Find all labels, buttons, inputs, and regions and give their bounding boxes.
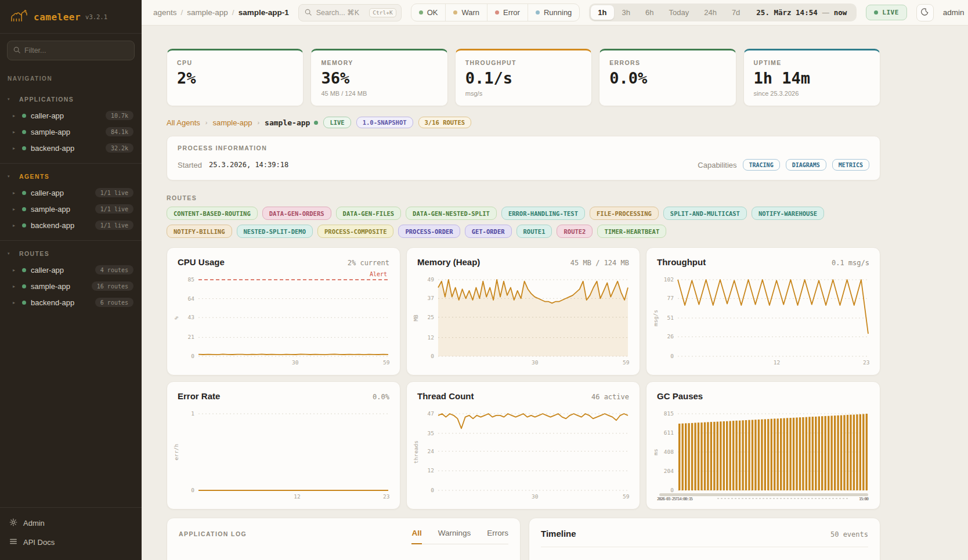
chart-title: Thread Count — [417, 391, 474, 401]
sidebar-item-caller-app-agent[interactable]: ▸ caller-app 1/1 live — [0, 185, 142, 201]
navigation-label: NAVIGATION — [0, 63, 142, 86]
route-chip-route1[interactable]: ROUTE1 — [516, 225, 552, 238]
svg-text:0: 0 — [431, 353, 434, 359]
route-chip-file-processing[interactable]: FILE-PROCESSING — [590, 207, 659, 220]
item-label: backend-app — [31, 144, 74, 153]
sidebar-item-sample-app-routes[interactable]: ▸ sample-app 16 routes — [0, 278, 142, 294]
global-search[interactable]: Search... ⌘K Ctrl+K — [298, 4, 402, 21]
section-header-applications[interactable]: ▾ APPLICATIONS — [0, 92, 142, 107]
item-badge: 16 routes — [92, 281, 133, 291]
svg-text:30: 30 — [532, 493, 539, 500]
chart-title: Error Rate — [178, 391, 220, 401]
tab-errors[interactable]: Errors — [487, 529, 508, 544]
section-header-agents[interactable]: ▾ AGENTS — [0, 169, 142, 185]
filter-ok-button[interactable]: OK — [411, 4, 446, 21]
tab-warnings[interactable]: Warnings — [438, 529, 471, 544]
route-chip-data-gen-orders[interactable]: DATA-GEN-ORDERS — [262, 207, 331, 220]
filter-error-button[interactable]: Error — [487, 4, 528, 21]
started-value: 25.3.2026, 14:39:18 — [209, 161, 288, 169]
svg-text:%: % — [173, 316, 179, 320]
route-chip-split-and-multicast[interactable]: SPLIT-AND-MULTICAST — [663, 207, 747, 220]
section-label: APPLICATIONS — [19, 96, 74, 103]
caret-down-icon: ▾ — [8, 251, 13, 256]
filter-input[interactable] — [24, 46, 128, 55]
charts-grid: CPU Usage2% current 856443210Alert3059% … — [167, 247, 880, 510]
chevron-right-icon: ▸ — [13, 113, 17, 118]
tab-all[interactable]: All — [411, 529, 421, 544]
sidebar-item-sample-app-agent[interactable]: ▸ sample-app 1/1 live — [0, 201, 142, 217]
camel-logo-icon — [9, 8, 29, 26]
breadcrumb-sample-app[interactable]: sample-app — [187, 8, 228, 17]
svg-text:77: 77 — [667, 295, 674, 301]
logo-row[interactable]: cameleer v3.2.1 — [0, 0, 142, 34]
svg-text:0: 0 — [191, 487, 194, 493]
live-toggle[interactable]: LIVE — [866, 5, 907, 20]
time-range-7d[interactable]: 7d — [725, 5, 747, 20]
gc-pauses-plot: 8156114082040ms2026-03-25T14:00:1515:00 — [651, 404, 875, 502]
sidebar-item-caller-app[interactable]: ▸ caller-app 10.7k — [0, 107, 142, 124]
svg-text:26: 26 — [667, 333, 674, 339]
sidebar-item-caller-app-routes[interactable]: ▸ caller-app 4 routes — [0, 262, 142, 278]
item-label: caller-app — [31, 111, 64, 120]
route-chip-route2[interactable]: ROUTE2 — [557, 225, 593, 238]
route-chip-notify-warehouse[interactable]: NOTIFY-WAREHOUSE — [752, 207, 824, 220]
time-range-24h[interactable]: 24h — [697, 5, 724, 20]
route-chip-content-based-routing[interactable]: CONTENT-BASED-ROUTING — [167, 207, 258, 220]
route-chip-error-handling-test[interactable]: ERROR-HANDLING-TEST — [501, 207, 585, 220]
svg-text:err/h: err/h — [173, 444, 179, 461]
filter-warn-button[interactable]: Warn — [446, 4, 487, 21]
status-dot — [22, 207, 26, 211]
route-chip-process-composite[interactable]: PROCESS-COMPOSITE — [317, 225, 393, 238]
item-badge: 32.2k — [106, 143, 133, 153]
bottom-row: APPLICATION LOG All Warnings Errors Time… — [167, 518, 880, 560]
metric-sub: 45 MB / 124 MB — [321, 90, 437, 97]
breadcrumb-separator: / — [181, 8, 183, 17]
api-docs-link[interactable]: API Docs — [0, 533, 142, 552]
route-chip-get-order[interactable]: GET-ORDER — [465, 225, 512, 238]
time-range-group: 1h 3h 6h Today 24h 7d 25. März 14:54 — n… — [589, 3, 857, 21]
time-range-3h[interactable]: 3h — [615, 5, 637, 20]
route-chip-notify-billing[interactable]: NOTIFY-BILLING — [167, 225, 232, 238]
route-chip-data-gen-files[interactable]: DATA-GEN-FILES — [336, 207, 402, 220]
breadcrumb-agents[interactable]: agents — [153, 8, 177, 17]
route-chip-timer-heartbeat[interactable]: TIMER-HEARTBEAT — [597, 225, 666, 238]
section-header-routes[interactable]: ▾ ROUTES — [0, 247, 142, 262]
sidebar-item-backend-app-routes[interactable]: ▸ backend-app 6 routes — [0, 294, 142, 310]
all-agents-link[interactable]: All Agents — [167, 118, 200, 127]
sidebar-item-backend-app-agent[interactable]: ▸ backend-app 1/1 live — [0, 217, 142, 233]
time-range-6h[interactable]: 6h — [638, 5, 660, 20]
dark-mode-toggle[interactable] — [916, 4, 934, 21]
time-range-1h[interactable]: 1h — [591, 5, 613, 20]
metric-sub: since 25.3.2026 — [754, 90, 870, 97]
sidebar-item-sample-app[interactable]: ▸ sample-app 84.1k — [0, 124, 142, 140]
section-label: ROUTES — [19, 250, 49, 257]
status-dot — [22, 114, 26, 118]
route-chip-data-gen-nested-split[interactable]: DATA-GEN-NESTED-SPLIT — [406, 207, 497, 220]
sidebar-filter[interactable] — [7, 41, 135, 60]
svg-text:43: 43 — [188, 314, 194, 320]
item-label: sample-app — [31, 205, 70, 214]
metric-card-errors: ERRORS 0.0% — [599, 49, 736, 106]
metric-value: 36% — [321, 70, 437, 86]
metric-card-uptime: UPTIME 1h 14m since 25.3.2026 — [743, 49, 880, 106]
svg-text:Alert: Alert — [370, 271, 387, 277]
date-range-display[interactable]: 25. März 14:54 — now — [748, 8, 855, 17]
route-chip-nested-split-demo[interactable]: NESTED-SPLIT-DEMO — [237, 225, 313, 238]
sample-app-link[interactable]: sample-app — [213, 118, 252, 127]
timeline-title: Timeline — [541, 529, 576, 539]
sidebar-item-backend-app[interactable]: ▸ backend-app 32.2k — [0, 140, 142, 156]
capability-badge-diagrams: DIAGRAMS — [786, 159, 826, 171]
started-label: Started — [178, 161, 202, 169]
filter-running-button[interactable]: Running — [528, 4, 579, 21]
cpu-usage-plot: 856443210Alert3059% — [172, 270, 395, 368]
route-chip-process-order[interactable]: PROCESS-ORDER — [398, 225, 460, 238]
breadcrumb-current: sample-app-1 — [239, 8, 289, 17]
chevron-right-icon: ▸ — [13, 223, 17, 228]
section-agents: ▾ AGENTS ▸ caller-app 1/1 live ▸ sample-… — [0, 163, 142, 240]
svg-text:51: 51 — [667, 315, 674, 321]
item-label: caller-app — [31, 189, 64, 197]
gear-icon — [9, 518, 17, 528]
chart-error-rate: Error Rate0.0% 101223err/h — [167, 381, 400, 510]
admin-link[interactable]: Admin — [0, 514, 142, 533]
time-range-today[interactable]: Today — [662, 5, 696, 20]
